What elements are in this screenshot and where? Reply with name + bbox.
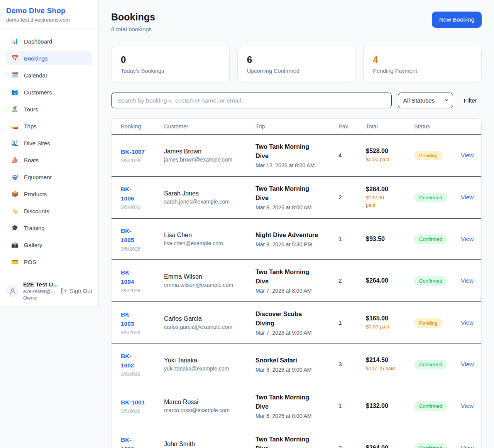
status-cell: Confirmed: [414, 234, 461, 244]
customer-name: Yuki Tanaka: [164, 357, 255, 364]
sidebar-item-dive-sites[interactable]: 🌊 Dive Sites: [6, 136, 92, 150]
booking-number-link[interactable]: BK-1001: [121, 398, 164, 407]
actions-cell: View: [461, 319, 474, 326]
trip-name: Two Tank Morning Dive: [255, 435, 333, 448]
total-cell: $264.00: [366, 445, 414, 448]
filter-button[interactable]: Filter: [459, 97, 482, 104]
total-cell: $264.00: [366, 277, 414, 284]
view-link[interactable]: View: [461, 236, 474, 243]
page-header-text: Bookings 8 total bookings: [111, 12, 155, 32]
status-cell: Confirmed: [414, 360, 461, 369]
total-cell: $214.50 $107.25 paid: [366, 357, 414, 372]
pax-value: 2: [338, 277, 366, 284]
trip-name: Discover Scuba Diving: [255, 310, 333, 328]
sidebar-item-training[interactable]: 🎓 Training: [6, 221, 92, 235]
customer-name: Emma Wilson: [164, 273, 255, 280]
sign-out-icon: [61, 288, 67, 294]
calendar-icon: 🗓️: [11, 72, 18, 79]
view-link[interactable]: View: [461, 277, 474, 284]
sidebar-item-label: Trips: [24, 123, 37, 130]
trip-time: Mar 7, 2026 at 9:00 AM: [255, 330, 338, 336]
customer-cell: Carlos Garcia carlos.garcia@example.com: [164, 315, 255, 330]
booking-number-link[interactable]: BK- 1004: [121, 268, 164, 286]
status-cell: Confirmed: [414, 276, 461, 286]
pax-value: 4: [338, 152, 366, 159]
booking-number-link[interactable]: BK- 1002: [121, 352, 164, 370]
new-booking-button[interactable]: New Booking: [432, 12, 482, 28]
sidebar-item-label: Boats: [24, 157, 39, 163]
table-row: BK- 1005 3/5/2026 Lisa Chen lisa.chen@ex…: [112, 218, 481, 259]
trip-name: Two Tank Morning Dive: [255, 268, 333, 286]
sidebar-item-customers[interactable]: 👥 Customers: [6, 85, 92, 99]
search-input[interactable]: [111, 93, 392, 108]
view-link[interactable]: View: [461, 152, 474, 159]
table-row: BK- 1006 3/5/2026 Sarah Jones sarah.jone…: [112, 176, 481, 218]
equipment-icon: 🤿: [11, 173, 18, 180]
sidebar-item-discounts[interactable]: 🏷️ Discounts: [6, 204, 92, 218]
sidebar-item-equipment[interactable]: 🤿 Equipment: [6, 170, 92, 184]
sidebar: Demo Dive Shop demo.test.divestreams.com…: [0, 0, 99, 307]
pax-value: 1: [338, 236, 366, 243]
actions-cell: View: [461, 361, 474, 368]
dive-sites-icon: 🌊: [11, 140, 18, 147]
col-header-customer: Customer: [164, 123, 255, 130]
sidebar-item-dashboard[interactable]: 📊 Dashboard: [6, 34, 92, 48]
status-badge: Pending: [414, 318, 443, 328]
view-link[interactable]: View: [461, 445, 474, 448]
customer-name: John Smith: [164, 441, 255, 448]
booking-number-link[interactable]: BK- 1005: [121, 226, 164, 245]
total-cell: $132.00: [366, 403, 414, 409]
booking-date: 3/5/2026: [121, 204, 164, 210]
stat-value: 4: [373, 54, 472, 65]
status-cell: Confirmed: [414, 401, 461, 411]
sidebar-item-label: Dashboard: [24, 38, 52, 45]
dashboard-icon: 📊: [11, 38, 18, 45]
gallery-icon: 📸: [11, 241, 18, 248]
user-info: E2E Test U... e2e-tester@... Owner: [23, 281, 57, 301]
trip-cell: Two Tank Morning Dive Mar 7, 2026 at 8:0…: [255, 268, 338, 294]
status-badge: Confirmed: [414, 360, 447, 369]
pax-value: 2: [338, 194, 366, 201]
booking-date: 3/5/2026: [121, 288, 164, 293]
customer-cell: Marco Rossi marco.rossi@example.com: [164, 399, 255, 413]
booking-number-link[interactable]: BK- 1003: [121, 310, 164, 328]
sidebar-item-tours[interactable]: 🏝️ Tours: [6, 102, 92, 116]
trip-time: Mar 12, 2026 at 8:00 AM: [255, 162, 338, 168]
sidebar-item-pos[interactable]: 💳 POS: [6, 255, 92, 269]
view-link[interactable]: View: [461, 319, 474, 326]
sidebar-item-trips[interactable]: 🚤 Trips: [6, 119, 92, 133]
view-link[interactable]: View: [461, 403, 474, 409]
booking-date: 3/5/2026: [121, 246, 164, 252]
sidebar-item-products[interactable]: 📦 Products: [6, 187, 92, 201]
booking-number-link[interactable]: BK- 1006: [121, 185, 164, 203]
view-link[interactable]: View: [461, 194, 474, 201]
booking-number-link[interactable]: BK-1007: [121, 147, 164, 157]
booking-number-link[interactable]: BK- 1000: [121, 435, 164, 448]
sidebar-item-calendar[interactable]: 🗓️ Calendar: [6, 68, 92, 82]
actions-cell: View: [461, 152, 474, 159]
sign-out-button[interactable]: Sign Out: [61, 288, 92, 294]
trip-cell: Two Tank Morning Dive Mar 8, 2026 at 8:0…: [255, 184, 338, 211]
customer-name: Marco Rossi: [164, 399, 255, 406]
view-link[interactable]: View: [461, 361, 474, 368]
booking-date: 3/5/2026: [121, 371, 164, 377]
sidebar-item-boats[interactable]: ⛵ Boats: [6, 153, 92, 167]
trip-cell: Night Dive Adventure Mar 8, 2026 at 5:30…: [255, 231, 338, 248]
trip-time: Mar 6, 2026 at 8:00 AM: [255, 413, 338, 419]
total-amount: $165.00: [366, 315, 414, 322]
bookings-icon: 📅: [11, 55, 18, 62]
page-subtitle: 8 total bookings: [111, 26, 155, 32]
col-header-status: Status: [414, 123, 461, 130]
stat-card: 6 Upcoming Confirmed: [237, 46, 356, 83]
sidebar-item-gallery[interactable]: 📸 Gallery: [6, 238, 92, 252]
stat-value: 0: [121, 54, 220, 65]
sidebar-item-bookings[interactable]: 📅 Bookings: [6, 51, 92, 65]
user-name: E2E Test U...: [23, 281, 57, 288]
status-select[interactable]: All Statuses: [398, 93, 453, 108]
stat-label: Today's Bookings: [121, 68, 220, 74]
table-row: BK- 1000 3/5/2026 John Smith john.smith@…: [112, 427, 481, 448]
actions-cell: View: [461, 445, 474, 448]
table-row: BK- 1004 3/5/2026 Emma Wilson emma.wilso…: [112, 259, 481, 301]
main-content: Bookings 8 total bookings New Booking 0 …: [99, 0, 494, 448]
status-badge: Confirmed: [414, 401, 447, 411]
